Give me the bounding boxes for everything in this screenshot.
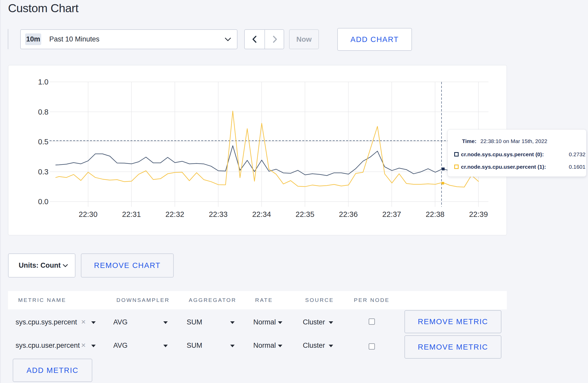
svg-text:22:33: 22:33 [209,210,228,218]
svg-text:0.3: 0.3 [38,168,48,176]
svg-text:22:36: 22:36 [339,210,358,218]
svg-text:22:35: 22:35 [296,210,314,218]
svg-text:22:34: 22:34 [252,210,271,218]
svg-text:0.0: 0.0 [38,197,48,206]
svg-text:0.5: 0.5 [38,138,48,146]
svg-text:22:39: 22:39 [469,210,488,218]
svg-text:22:32: 22:32 [165,210,184,218]
svg-text:22:31: 22:31 [122,210,141,218]
svg-text:22:30: 22:30 [79,210,98,218]
svg-text:22:38: 22:38 [426,210,445,218]
svg-text:22:37: 22:37 [382,210,401,218]
svg-text:0.8: 0.8 [38,108,48,116]
svg-text:1.0: 1.0 [38,78,48,86]
